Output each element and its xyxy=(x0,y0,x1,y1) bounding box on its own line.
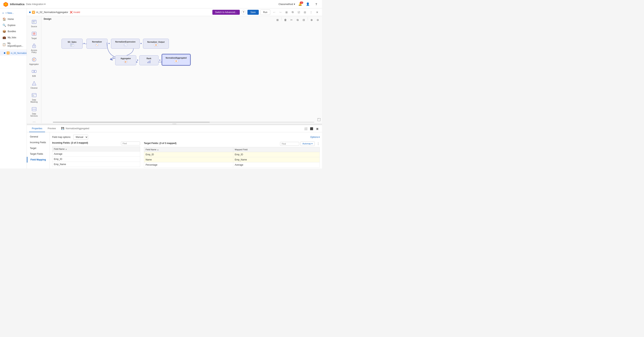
node-aggregator[interactable]: Aggregator xyxy=(115,55,136,65)
mapping-icon: 🔀 xyxy=(6,51,10,54)
palette-item-b2b[interactable]: B2B xyxy=(28,67,41,78)
fullscreen-icon[interactable] xyxy=(318,118,320,122)
target-search-row: Automap ▾ ⋮ xyxy=(280,141,320,146)
add-transform-icon[interactable]: ⊞ xyxy=(284,10,289,15)
prop-nav-target-fields[interactable]: Target Fields xyxy=(27,151,50,157)
table-row[interactable]: Emp_ID xyxy=(52,157,140,162)
sidebar-item-explore[interactable]: 🔍 Explore xyxy=(0,22,27,28)
palette-item-cleanse[interactable]: Cleanse xyxy=(28,79,41,90)
main-layout: + + New... 🏠 Home 🔍 Explore 📦 Bundles 💼 … xyxy=(0,8,322,168)
normalizer-output-icon xyxy=(154,43,158,46)
table-row[interactable]: Percentage Average xyxy=(144,162,320,168)
format-icon[interactable]: ⊟ xyxy=(301,17,306,22)
palette-item-aggregator[interactable]: Aggregator xyxy=(28,55,41,66)
sidebar-item-import-export[interactable]: 📋 My Import/Export... xyxy=(0,40,27,49)
run-button[interactable]: Run xyxy=(260,9,270,15)
svg-point-51 xyxy=(176,61,176,61)
prop-nav-incoming-fields[interactable]: Incoming Fields xyxy=(27,140,50,145)
palette-item-more[interactable]: ⋯ xyxy=(28,119,41,123)
node-normalized-aggregated[interactable]: NormalizedAggregated xyxy=(162,54,190,65)
grid-view-icon[interactable]: ⊞ xyxy=(275,17,280,22)
tab-normalized-aggregated[interactable]: 💾 NormalizedAggregated xyxy=(58,125,92,132)
new-button[interactable]: + + New... xyxy=(0,10,27,16)
palette-item-data-services[interactable]: Data Services xyxy=(28,105,41,118)
cut-icon[interactable]: ✂ xyxy=(289,17,294,22)
jobs-icon: 💼 xyxy=(2,36,6,39)
table-row[interactable]: Average xyxy=(52,151,140,157)
help-icon-button[interactable]: ? xyxy=(241,10,246,14)
collapse-panel-icon[interactable]: ▣ xyxy=(315,126,320,131)
svg-rect-47 xyxy=(148,61,149,63)
connector-dot3 xyxy=(140,42,142,44)
svg-rect-33 xyxy=(70,46,72,46)
b2b-icon xyxy=(31,68,37,74)
left-sidebar: + + New... 🏠 Home 🔍 Explore 📦 Bundles 💼 … xyxy=(0,8,27,168)
delete-icon[interactable]: 🗑 xyxy=(283,17,288,22)
tab-properties[interactable]: Properties xyxy=(29,125,45,132)
palette-item-data-masking[interactable]: Data Masking xyxy=(28,91,41,104)
svg-rect-5 xyxy=(32,22,34,22)
switch-advanced-button[interactable]: Switch to Advanced... xyxy=(212,10,240,15)
prop-nav-target[interactable]: Target xyxy=(27,145,50,151)
validate-icon[interactable]: ☑ xyxy=(296,10,301,15)
data-masking-icon xyxy=(31,92,37,98)
save-button[interactable]: Save xyxy=(248,10,259,15)
node-so-sales[interactable]: SO_Sales xyxy=(62,39,82,49)
table-row[interactable]: Emp_ID Emp_ID xyxy=(144,152,320,157)
copy-icon[interactable]: ⧉ xyxy=(290,10,295,15)
sidebar-item-home[interactable]: 🏠 Home xyxy=(0,16,27,22)
flow-connections xyxy=(42,16,322,123)
more-options-icon[interactable]: ⋮ xyxy=(308,10,314,15)
sort-asc-icon2[interactable]: ▲ xyxy=(157,149,159,151)
target-field-name-header: Field Name ▲ xyxy=(144,147,233,152)
help-button[interactable]: ? xyxy=(314,1,319,7)
sidebar-item-bundles[interactable]: 📦 Bundles xyxy=(0,28,27,34)
table-row[interactable]: Name Emp_Name xyxy=(144,157,320,162)
flow-canvas[interactable]: Design ⊞ 🗑 ✂ ⧉ ⊟ ⊕ ⊖ xyxy=(42,16,322,123)
export-icon[interactable]: ⊟ xyxy=(302,10,308,15)
close-icon[interactable]: ✕ xyxy=(315,10,320,15)
field-map-options-select[interactable]: Manual xyxy=(73,135,88,140)
sidebar-item-my-jobs[interactable]: 💼 My Jobs xyxy=(0,34,27,40)
node-normalizer[interactable]: Normalizer xyxy=(86,39,108,49)
error-icon: ❌ xyxy=(70,11,73,13)
aggregator-icon xyxy=(31,56,37,63)
normalized-agg-icon xyxy=(174,59,178,63)
tab-preview[interactable]: Preview xyxy=(45,125,59,132)
svg-rect-46 xyxy=(148,62,148,63)
automap-button[interactable]: Automap ▾ xyxy=(300,141,315,146)
classmethod-button[interactable]: Classmethod ▾ xyxy=(278,3,295,5)
h-scrollbar[interactable] xyxy=(53,122,314,123)
sort-asc-icon[interactable]: ▲ xyxy=(65,148,67,150)
branch-line xyxy=(106,42,108,58)
prop-nav-field-mapping[interactable]: Field Mapping xyxy=(27,157,50,163)
palette-item-target[interactable]: Target xyxy=(28,29,41,40)
duplicate-icon[interactable]: ⧉ xyxy=(295,17,300,22)
palette-item-source[interactable]: Source xyxy=(28,18,41,29)
pipeline-icon: 🔀 xyxy=(32,11,35,14)
chevron-down-icon[interactable]: ▾ xyxy=(44,3,46,5)
options-button[interactable]: Options ▾ xyxy=(310,136,320,138)
redo-icon[interactable]: ↪ xyxy=(278,10,283,15)
incoming-search-input[interactable] xyxy=(121,141,140,145)
zoom-in-icon[interactable]: ⊕ xyxy=(309,17,314,22)
node-rank[interactable]: Rank xyxy=(139,55,158,65)
zoom-out-icon[interactable]: ⊖ xyxy=(315,17,320,22)
table-row[interactable]: Emp_Name xyxy=(52,162,140,167)
prop-nav-general[interactable]: General xyxy=(27,134,50,140)
node-normalizer-output[interactable]: Normalizer_Output xyxy=(143,39,169,49)
notifications-button[interactable]: 🔔 13 xyxy=(298,2,302,6)
undo-icon[interactable]: ↩ xyxy=(272,10,277,15)
palette-item-access-policy[interactable]: Access Policy xyxy=(28,41,41,54)
target-search-input[interactable] xyxy=(280,142,299,146)
user-button[interactable]: 👤 xyxy=(305,1,310,7)
explore-icon: 🔍 xyxy=(2,23,6,27)
expand-panel-icon[interactable]: ⬜ xyxy=(303,126,308,131)
more-options-button[interactable]: ⋮ xyxy=(317,142,320,146)
svg-rect-18 xyxy=(32,95,34,95)
split-panel-icon[interactable]: ⬛ xyxy=(309,126,314,131)
node-normalizer-expression[interactable]: NormalizerExpression fx xyxy=(111,39,140,49)
active-mapping-item[interactable]: 🔀 m_02_Normalizer... xyxy=(0,50,27,55)
notification-count: 13 xyxy=(300,1,303,4)
pipeline-info: 🔀 m_02_NormalizerAggregator ❌ Invalid xyxy=(29,11,211,14)
